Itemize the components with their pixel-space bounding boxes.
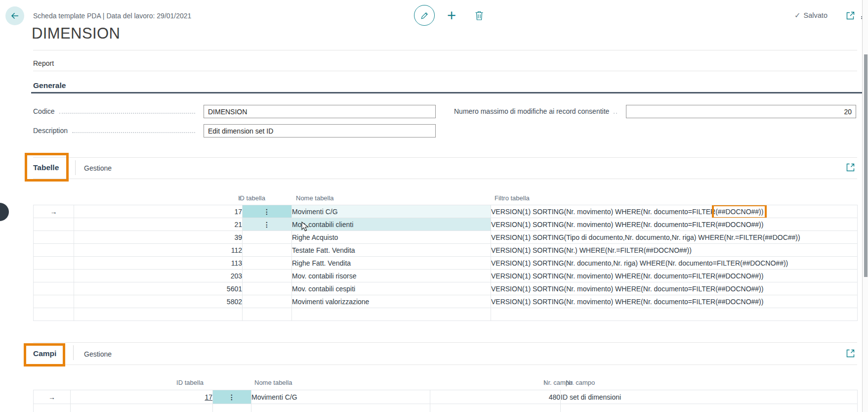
cell-filter[interactable]: VERSION(1) SORTING(Nr. movimento) WHERE(… [491,205,858,218]
tabelle-col-name[interactable]: Nome tabella [296,194,334,202]
add-button[interactable]: + [447,8,456,23]
cell-name[interactable]: Righe Acquisto [292,231,491,244]
edit-button[interactable] [414,5,435,26]
page-actions: + [414,4,484,27]
cell-id[interactable]: 17 [74,205,243,218]
active-row-indicator: → [34,390,71,404]
field-row-description: Description [33,124,200,137]
max-changes-label: Numero massimo di modifiche ai record co… [454,105,609,118]
active-row-indicator: → [34,205,74,218]
saved-check-icon: ✓ [794,11,801,20]
trash-icon [475,10,484,21]
codice-label: Codice [33,105,55,118]
table-row[interactable]: 203 Mov. contabili risorse VERSION(1) SO… [34,270,858,282]
sort-asc-icon: ↑ [238,194,242,202]
delete-button[interactable] [475,10,484,21]
dot-leader [59,105,195,114]
sort-asc-icon: ↑ [543,379,547,386]
more-options-icon[interactable]: ⋮ [213,390,251,404]
campi-expand-button[interactable] [846,349,855,358]
tab-tabelle[interactable]: Tabelle [33,163,59,172]
cell-filter[interactable]: VERSION(1) SORTING(Nr. documento,Nr. rig… [491,257,858,270]
plus-icon: + [447,7,456,24]
cell-name[interactable]: Testate Fatt. Vendita [292,244,491,257]
cell-filter[interactable]: VERSION(1) SORTING(Nr. movimento) WHERE(… [491,282,858,295]
tab-separator [73,345,74,360]
description-label: Description [33,124,68,137]
codice-field[interactable] [204,105,436,118]
divider [33,179,857,179]
back-button[interactable] [5,6,24,25]
campi-col-field-name[interactable]: Nr. campo [566,379,595,386]
divider [33,50,857,50]
table-row[interactable]: 5601 Mov. contabili cespiti VERSION(1) S… [34,282,858,295]
table-row[interactable]: 112 Testate Fatt. Vendita VERSION(1) SOR… [34,244,858,257]
focus-mode-icon [846,349,855,358]
cell-filter[interactable]: VERSION(1) SORTING(Nr.) WHERE(Nr.=FILTER… [491,244,858,257]
field-row-max-changes: Numero massimo di modifiche ai record co… [454,105,622,118]
cell-name[interactable]: Movimenti C/G [292,205,491,218]
cell-filter[interactable]: VERSION(1) SORTING(Tipo di documento,Nr.… [491,231,858,244]
table-row[interactable]: 113 Righe Fatt. Vendita VERSION(1) SORTI… [34,257,858,270]
open-in-window-button[interactable] [846,11,855,20]
scrollbar-thumb[interactable] [864,54,868,277]
more-options-icon[interactable]: ⋮ [243,205,292,218]
cell-id[interactable]: 203 [74,270,243,282]
divider [33,71,857,71]
cell-id[interactable]: 39 [74,231,243,244]
tabelle-grid: → 17 ⋮ Movimenti C/G VERSION(1) SORTING(… [33,205,858,321]
campi-col-name[interactable]: Nome tabella [254,379,292,386]
cell-name[interactable]: Righe Fatt. Vendita [292,257,491,270]
description-field[interactable] [204,124,436,137]
pop-out-icon [846,11,855,20]
mouse-cursor-icon [301,222,311,232]
table-row-empty[interactable] [34,308,858,321]
campi-grid: → 17 ⋮ Movimenti C/G 480 ID set di dimen… [33,390,858,412]
table-row[interactable]: 39 Righe Acquisto VERSION(1) SORTING(Tip… [34,231,858,244]
menu-report[interactable]: Report [33,59,54,67]
cell-field-no[interactable]: 480 [430,390,561,404]
cell-id[interactable]: 21 [74,218,243,231]
section-rule [31,92,862,93]
max-changes-field[interactable] [626,105,856,118]
cell-name[interactable]: Mov. contabili clienti [292,218,491,231]
save-status: ✓ Salvato [794,11,827,20]
cell-name[interactable]: Movimenti C/G [251,390,430,404]
dot-leader [614,105,617,114]
table-row[interactable]: → 17 ⋮ Movimenti C/G VERSION(1) SORTING(… [34,205,858,218]
cell-name[interactable]: Mov. contabili risorse [292,270,491,282]
field-row-codice: Codice [33,105,200,118]
section-heading-generale[interactable]: Generale [33,81,66,90]
table-row[interactable]: 5802 Movimenti valorizzazione VERSION(1)… [34,295,858,308]
cell-id: 17 [71,390,213,404]
tab-campi[interactable]: Campi [33,349,56,358]
cell-name[interactable]: Mov. contabili cespiti [292,282,491,295]
tabelle-col-filter[interactable]: Filtro tabella [495,194,530,202]
campi-col-id[interactable]: ID tabella [33,379,204,386]
pencil-icon [420,11,429,20]
cell-id[interactable]: 113 [74,257,243,270]
table-row[interactable]: 21 ⋮ Mov. contabili clienti VERSION(1) S… [34,218,858,231]
table-row[interactable]: → 17 ⋮ Movimenti C/G 480 ID set di dimen… [34,390,858,404]
dot-leader [72,124,195,133]
cell-field-name[interactable]: ID set di dimensioni [561,390,858,404]
cell-filter[interactable]: VERSION(1) SORTING(Nr. movimento) WHERE(… [491,295,858,308]
cell-id[interactable]: 5802 [74,295,243,308]
divider [33,365,857,365]
divider [33,157,857,158]
cell-filter[interactable]: VERSION(1) SORTING(Nr. movimento) WHERE(… [491,270,858,282]
more-options-icon[interactable]: ⋮ [243,218,292,231]
back-arrow-icon [10,11,20,21]
table-row-empty[interactable] [34,404,858,412]
cell-id[interactable]: 5601 [74,282,243,295]
cell-id[interactable]: 112 [74,244,243,257]
side-panel-handle[interactable] [0,203,9,221]
page-title: DIMENSION [32,25,120,43]
breadcrumb[interactable]: Scheda template PDA | Data del lavoro: 2… [33,12,191,20]
tabelle-gestione-menu[interactable]: Gestione [84,164,112,172]
cell-name[interactable]: Movimenti valorizzazione [292,295,491,308]
campi-gestione-menu[interactable]: Gestione [84,350,112,358]
cell-filter[interactable]: VERSION(1) SORTING(Nr. movimento) WHERE(… [491,218,858,231]
tabelle-expand-button[interactable] [846,163,855,172]
vertical-scrollbar[interactable] [862,0,868,412]
